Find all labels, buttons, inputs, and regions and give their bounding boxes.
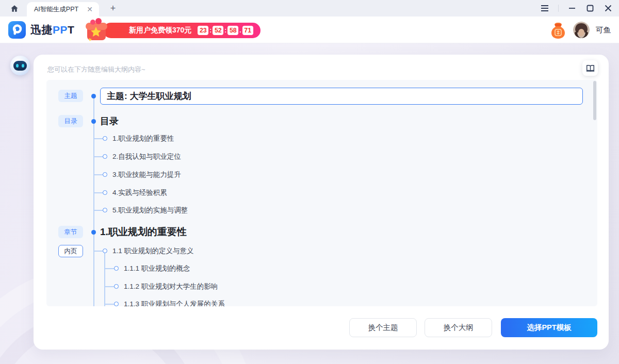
- badge-page: 内页: [58, 245, 83, 257]
- toc-item[interactable]: 4.实践与经验积累: [112, 188, 167, 198]
- tree-spine: [93, 96, 94, 306]
- tree-node-ring: [103, 249, 107, 253]
- assistant-robot-icon: [10, 56, 30, 75]
- gift-icon: [83, 18, 109, 42]
- toc-item[interactable]: 5.职业规划的实施与调整: [112, 205, 188, 216]
- titlebar: AI智能生成PPT ✕ +: [0, 0, 619, 16]
- main-area: 您可以在下方随意编辑大纲内容~ 主题: [0, 43, 619, 364]
- tree-node-ring: [103, 208, 107, 212]
- promo-text: 新用户免费领370元: [129, 26, 191, 35]
- minimize-icon[interactable]: [567, 4, 577, 13]
- tree-node-ring: [103, 172, 107, 177]
- promo-pill: 新用户免费领370元 23 : 52 : 58 . 71: [103, 23, 260, 38]
- logo-text: 迅捷PPT: [30, 23, 74, 37]
- tab-title: AI智能生成PPT: [34, 5, 86, 14]
- badge-topic: 主题: [58, 90, 83, 102]
- book-icon: [586, 64, 595, 72]
- chapter-heading[interactable]: 1.职业规划的重要性: [100, 225, 187, 239]
- topic-input[interactable]: [100, 88, 583, 105]
- tree-node-ring: [103, 154, 107, 159]
- app-header: 迅捷PPT 新用户免费领370元 23 : 52 : 58 . 71: [0, 16, 619, 43]
- tree-node-dot: [91, 119, 96, 124]
- outline-editor: 主题 目录 目录 1.职业规划的重要性 2.自我认知与职业定位 3.职业技能与能…: [46, 80, 597, 306]
- section-item[interactable]: 1.1 职业规划的定义与意义: [112, 246, 194, 256]
- countdown-minutes: 52: [213, 26, 223, 35]
- countdown-separator: :: [224, 27, 226, 34]
- countdown-hours: 23: [198, 26, 208, 35]
- change-outline-button[interactable]: 换个大纲: [425, 318, 492, 337]
- countdown-separator: .: [239, 27, 241, 34]
- divider: [558, 5, 559, 12]
- tree-node-dot: [91, 94, 96, 98]
- tree-node-dot: [91, 230, 96, 235]
- tree-node-ring: [114, 266, 119, 271]
- lucky-bag-icon[interactable]: [549, 20, 567, 40]
- maximize-icon[interactable]: [585, 4, 595, 13]
- close-icon[interactable]: [604, 4, 613, 13]
- countdown-seconds: 58: [227, 26, 238, 35]
- new-tab-icon[interactable]: +: [107, 3, 119, 14]
- countdown-separator: :: [209, 27, 211, 34]
- sub-item[interactable]: 1.1.1 职业规划的概念: [124, 263, 190, 274]
- home-icon[interactable]: [9, 4, 20, 14]
- user-avatar[interactable]: [573, 22, 590, 38]
- toc-item[interactable]: 1.职业规划的重要性: [112, 134, 174, 144]
- toc-item[interactable]: 2.自我认知与职业定位: [112, 152, 181, 162]
- change-topic-button[interactable]: 换个主题: [349, 318, 417, 337]
- tree-node-ring: [103, 136, 107, 141]
- tab-ai-generate-ppt[interactable]: AI智能生成PPT ✕: [27, 2, 99, 16]
- badge-chapter: 章节: [58, 226, 83, 238]
- tab-close-icon[interactable]: ✕: [86, 5, 94, 14]
- app-logo[interactable]: 迅捷PPT: [8, 21, 74, 39]
- menu-icon[interactable]: [540, 4, 549, 13]
- tree-node-ring: [103, 190, 107, 195]
- toc-heading[interactable]: 目录: [100, 114, 119, 128]
- sub-item[interactable]: 1.1.3 职业规划与个人发展的关系: [124, 299, 225, 306]
- outline-panel: 您可以在下方随意编辑大纲内容~ 主题: [34, 55, 609, 350]
- header-right: 可鱼: [549, 16, 611, 43]
- tree-node-ring: [114, 302, 119, 306]
- assistant-hint: 您可以在下方随意编辑大纲内容~: [47, 65, 145, 74]
- outline-book-button[interactable]: [582, 60, 598, 76]
- window-controls: [540, 0, 613, 16]
- sub-item[interactable]: 1.1.2 职业规划对大学生的影响: [124, 282, 218, 292]
- tree-node-ring: [114, 284, 119, 289]
- choose-template-button[interactable]: 选择PPT模板: [501, 318, 597, 337]
- badge-toc: 目录: [58, 115, 83, 127]
- countdown-centis: 71: [242, 26, 253, 35]
- outline-scrollbar[interactable]: [593, 81, 596, 120]
- tree-subspine: [104, 251, 105, 306]
- logo-icon: [8, 21, 26, 39]
- toc-item[interactable]: 3.职业技能与能力提升: [112, 170, 181, 180]
- username[interactable]: 可鱼: [596, 25, 611, 35]
